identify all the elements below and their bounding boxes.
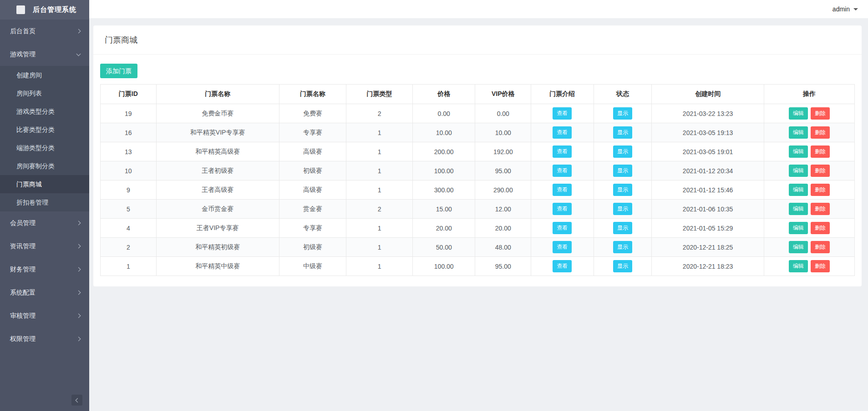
delete-button[interactable]: 删除: [811, 260, 830, 272]
caret-down-icon: [853, 8, 858, 10]
price-cell: 50.00: [412, 238, 475, 257]
edit-button[interactable]: 编辑: [789, 165, 808, 177]
status-show-button[interactable]: 显示: [613, 241, 632, 253]
intro-cell: 查看: [531, 123, 594, 142]
edit-button[interactable]: 编辑: [789, 184, 808, 196]
sidebar-item-label: 资讯管理: [10, 242, 77, 251]
sidebar-item-audit[interactable]: 审核管理: [0, 304, 89, 327]
price-cell: 100.00: [412, 257, 475, 276]
edit-button[interactable]: 编辑: [789, 203, 808, 215]
view-button[interactable]: 查看: [553, 145, 572, 158]
ticket-title-cell: 初级赛: [279, 161, 346, 180]
sidebar-item-system[interactable]: 系统配置: [0, 281, 89, 304]
status-show-button[interactable]: 显示: [613, 107, 632, 120]
delete-button[interactable]: 删除: [811, 203, 830, 215]
chevron-right-icon: [76, 291, 81, 295]
delete-button[interactable]: 删除: [811, 107, 830, 120]
intro-cell: 查看: [531, 142, 594, 161]
edit-button[interactable]: 编辑: [789, 222, 808, 234]
ticket-type-cell: 1: [346, 257, 413, 276]
sidebar-subitem-create-room[interactable]: 创建房间: [0, 66, 89, 84]
ticket-name-cell: 和平精英中级赛: [156, 257, 279, 276]
card-header: 门票商城: [93, 25, 862, 55]
view-button[interactable]: 查看: [553, 222, 572, 234]
sidebar-item-finance[interactable]: 财务管理: [0, 258, 89, 281]
actions-cell: 编辑删除: [764, 180, 855, 200]
ticket-type-cell: 1: [346, 180, 413, 200]
chevron-right-icon: [76, 267, 81, 272]
sidebar-item-game[interactable]: 游戏管理: [0, 43, 89, 66]
view-button[interactable]: 查看: [553, 203, 572, 215]
actions-cell: 编辑删除: [764, 238, 855, 257]
app-logo: 后台管理系统: [0, 0, 89, 20]
delete-button[interactable]: 删除: [811, 184, 830, 196]
user-menu[interactable]: admin: [832, 5, 858, 13]
sidebar-subitem-pc-game-type[interactable]: 端游类型分类: [0, 139, 89, 157]
ticket-name-cell: 和平精英初级赛: [156, 238, 279, 257]
status-show-button[interactable]: 显示: [613, 222, 632, 234]
ticket-title-cell: 免费赛: [279, 104, 346, 123]
column-header: 创建时间: [652, 85, 764, 104]
sidebar-item-label: 后台首页: [10, 27, 77, 35]
status-show-button[interactable]: 显示: [613, 203, 632, 215]
ticket-name-cell: 王者高级赛: [156, 180, 279, 200]
status-show-button[interactable]: 显示: [613, 145, 632, 158]
status-show-button[interactable]: 显示: [613, 184, 632, 196]
delete-button[interactable]: 删除: [811, 165, 830, 177]
view-button[interactable]: 查看: [553, 184, 572, 196]
sidebar-item-label: 审核管理: [10, 312, 77, 320]
vip-price-cell: 192.00: [475, 142, 531, 161]
column-header: 门票ID: [101, 85, 157, 104]
status-show-button[interactable]: 显示: [613, 260, 632, 272]
delete-button[interactable]: 删除: [811, 241, 830, 253]
ticket-title-cell: 高级赛: [279, 180, 346, 200]
view-button[interactable]: 查看: [553, 260, 572, 272]
ticket-id-cell: 2: [101, 238, 157, 257]
sidebar-subitem-match-type[interactable]: 比赛类型分类: [0, 120, 89, 139]
actions-cell: 编辑删除: [764, 142, 855, 161]
edit-button[interactable]: 编辑: [789, 107, 808, 120]
delete-button[interactable]: 删除: [811, 126, 830, 139]
ticket-name-cell: 和平精英VIP专享赛: [156, 123, 279, 142]
sidebar-item-news[interactable]: 资讯管理: [0, 235, 89, 258]
app-logo-icon: [16, 5, 25, 14]
sidebar-subitem-ticket-mall[interactable]: 门票商城: [0, 175, 89, 193]
status-show-button[interactable]: 显示: [613, 126, 632, 139]
delete-button[interactable]: 删除: [811, 222, 830, 234]
view-button[interactable]: 查看: [553, 165, 572, 177]
ticket-id-cell: 19: [101, 104, 157, 123]
actions-cell: 编辑删除: [764, 161, 855, 180]
column-header: 状态: [594, 85, 652, 104]
app-title: 后台管理系统: [33, 5, 76, 14]
sidebar-collapse-button[interactable]: [71, 395, 82, 406]
sidebar-item-auth[interactable]: 权限管理: [0, 327, 89, 351]
price-cell: 300.00: [412, 180, 475, 200]
created-time-cell: 2021-01-12 15:46: [652, 180, 764, 200]
price-cell: 10.00: [412, 123, 475, 142]
edit-button[interactable]: 编辑: [789, 260, 808, 272]
created-time-cell: 2020-12-21 18:25: [652, 238, 764, 257]
sidebar-subitem-room-format[interactable]: 房间赛制分类: [0, 157, 89, 175]
sidebar-subitem-discount-coupon[interactable]: 折扣卷管理: [0, 193, 89, 211]
status-show-button[interactable]: 显示: [613, 165, 632, 177]
delete-button[interactable]: 删除: [811, 145, 830, 158]
chevron-right-icon: [76, 337, 81, 341]
topbar: admin: [89, 0, 868, 18]
sidebar-item-home[interactable]: 后台首页: [0, 20, 89, 43]
view-button[interactable]: 查看: [553, 241, 572, 253]
column-header: 门票介绍: [531, 85, 594, 104]
ticket-id-cell: 16: [101, 123, 157, 142]
sidebar-subitem-room-list[interactable]: 房间列表: [0, 84, 89, 102]
edit-button[interactable]: 编辑: [789, 126, 808, 139]
sidebar-subitem-game-type[interactable]: 游戏类型分类: [0, 102, 89, 120]
view-button[interactable]: 查看: [553, 126, 572, 139]
view-button[interactable]: 查看: [553, 107, 572, 120]
add-ticket-button[interactable]: 添加门票: [100, 64, 137, 78]
edit-button[interactable]: 编辑: [789, 145, 808, 158]
ticket-type-cell: 2: [346, 104, 413, 123]
edit-button[interactable]: 编辑: [789, 241, 808, 253]
sidebar-item-member[interactable]: 会员管理: [0, 211, 89, 235]
actions-cell: 编辑删除: [764, 104, 855, 123]
vip-price-cell: 290.00: [475, 180, 531, 200]
ticket-mall-card: 门票商城 添加门票 门票ID门票名称门票名称门票类型价格VIP价格门票介绍状态创…: [93, 25, 862, 286]
